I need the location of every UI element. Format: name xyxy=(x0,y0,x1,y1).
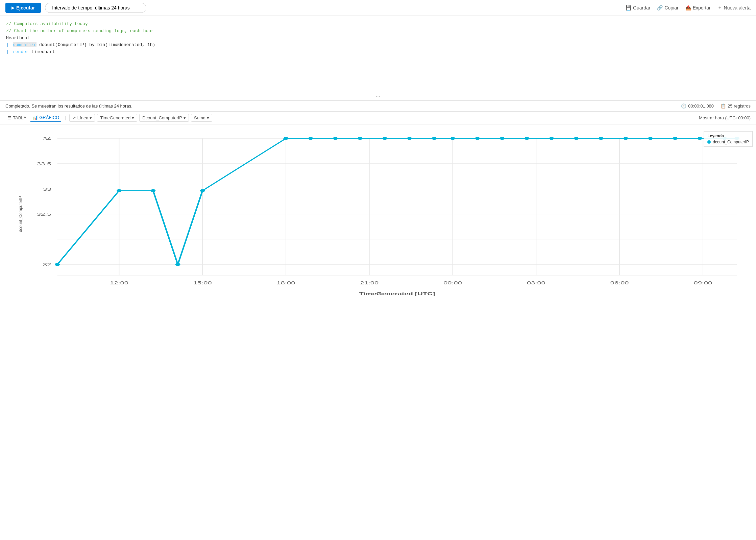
grafico-label: GRÁFICO xyxy=(39,115,59,120)
code-rest-4: dcount(ComputerIP) by bin(TimeGenerated,… xyxy=(36,42,155,47)
clock-icon: 🕐 xyxy=(681,103,686,109)
data-point xyxy=(697,137,702,140)
time-interval-input[interactable] xyxy=(45,3,146,13)
y-axis-label: dcount_ComputerIP xyxy=(18,196,23,232)
svg-text:33: 33 xyxy=(43,187,51,191)
execute-button[interactable]: ▶ Ejecutar xyxy=(5,3,41,13)
export-icon: 📤 xyxy=(685,5,691,10)
col3-dropdown[interactable]: Suma ▾ xyxy=(191,114,212,122)
linea-icon: ↗ xyxy=(72,115,76,120)
code-line-2: // Chart the number of computers sending… xyxy=(6,28,750,35)
data-point xyxy=(382,137,387,140)
svg-text:09:00: 09:00 xyxy=(693,280,712,285)
chevron-down-icon-3: ▾ xyxy=(184,115,186,120)
data-point xyxy=(117,189,122,192)
data-point xyxy=(432,137,437,140)
svg-text:32,5: 32,5 xyxy=(37,212,51,217)
data-point xyxy=(175,263,180,266)
save-label: Guardar xyxy=(633,5,650,10)
data-point xyxy=(599,137,604,140)
code-dots: ... xyxy=(0,90,756,101)
data-point xyxy=(308,137,313,140)
status-records: 25 registros xyxy=(728,103,751,109)
copy-label: Copiar xyxy=(664,5,678,10)
svg-text:32: 32 xyxy=(43,262,51,267)
data-point xyxy=(200,189,205,192)
x-axis-label: TimeGenerated [UTC] xyxy=(359,291,435,296)
data-point xyxy=(55,263,60,266)
linea-label: Línea xyxy=(77,115,89,120)
data-point xyxy=(475,137,480,140)
code-rest-5: timechart xyxy=(29,49,55,54)
copy-icon: 🔗 xyxy=(657,5,663,10)
data-point xyxy=(574,137,579,140)
status-records-item: 📋 25 registros xyxy=(721,103,751,109)
data-point xyxy=(500,137,505,140)
code-editor[interactable]: // Computers availability today // Chart… xyxy=(0,16,756,90)
show-time-label: Mostrar hora (UTC+00:00) xyxy=(699,115,751,120)
chart-icon: 📊 xyxy=(32,115,38,120)
svg-text:34: 34 xyxy=(43,136,51,141)
linea-dropdown[interactable]: ↗ Línea ▾ xyxy=(69,114,95,122)
status-time-item: 🕐 00:00:01.080 xyxy=(681,103,714,109)
separator-1: | xyxy=(65,115,66,120)
data-point xyxy=(151,189,156,192)
new-alert-icon: ＋ xyxy=(717,5,722,11)
records-icon: 📋 xyxy=(721,103,726,109)
data-point xyxy=(525,137,530,140)
legend-series: dcount_ComputerIP xyxy=(713,140,749,144)
play-icon: ▶ xyxy=(11,6,14,10)
col1-dropdown[interactable]: TimeGenerated ▾ xyxy=(97,114,137,122)
save-button[interactable]: 💾 Guardar xyxy=(626,5,650,10)
grafico-btn[interactable]: 📊 GRÁFICO xyxy=(30,114,61,122)
code-line-5: render timechart xyxy=(6,49,750,56)
svg-text:21:00: 21:00 xyxy=(360,280,379,285)
chevron-down-icon: ▾ xyxy=(90,115,92,120)
chevron-down-icon-2: ▾ xyxy=(132,115,134,120)
svg-text:33,5: 33,5 xyxy=(37,162,51,166)
tabla-label: TABLA xyxy=(13,115,26,120)
data-point xyxy=(358,137,363,140)
save-icon: 💾 xyxy=(626,5,631,10)
status-info: 🕐 00:00:01.080 📋 25 registros xyxy=(681,103,751,109)
data-point xyxy=(549,137,554,140)
col2-label: Dcount_ComputerIP xyxy=(142,115,182,120)
chart-svg: 34 33,5 33 32,5 32 12:00 15:00 18:00 21:… xyxy=(20,131,749,297)
status-message: Completado. Se muestran los resultados d… xyxy=(5,103,132,109)
code-keyword-summarize: summarize xyxy=(13,42,36,47)
code-comment-2: // Chart the number of computers sending… xyxy=(6,28,154,33)
legend-dot xyxy=(707,140,711,144)
new-alert-button[interactable]: ＋ Nueva alerta xyxy=(717,5,751,11)
col2-dropdown[interactable]: Dcount_ComputerIP ▾ xyxy=(139,114,189,122)
table-icon: ☰ xyxy=(7,115,11,120)
svg-text:06:00: 06:00 xyxy=(610,280,629,285)
code-line-1: // Computers availability today xyxy=(6,21,750,28)
data-point xyxy=(450,137,455,140)
col1-label: TimeGenerated xyxy=(100,115,130,120)
copy-button[interactable]: 🔗 Copiar xyxy=(657,5,678,10)
new-alert-label: Nueva alerta xyxy=(724,5,751,10)
legend-item: dcount_ComputerIP xyxy=(707,140,749,144)
export-button[interactable]: 📤 Exportar xyxy=(685,5,711,10)
col3-label: Suma xyxy=(194,115,205,120)
export-label: Exportar xyxy=(693,5,711,10)
data-point xyxy=(284,137,289,140)
legend-title: Leyenda xyxy=(707,134,749,138)
toolbar: ▶ Ejecutar 💾 Guardar 🔗 Copiar 📤 Exportar… xyxy=(0,0,756,16)
svg-text:12:00: 12:00 xyxy=(110,280,128,285)
code-comment-1: // Computers availability today xyxy=(6,21,88,26)
svg-text:00:00: 00:00 xyxy=(443,280,462,285)
code-plain-heartbeat: Heartbeat xyxy=(6,36,30,41)
status-time: 00:00:01.080 xyxy=(688,103,714,109)
execute-label: Ejecutar xyxy=(16,5,35,10)
toolbar-actions: 💾 Guardar 🔗 Copiar 📤 Exportar ＋ Nueva al… xyxy=(626,5,751,11)
chart-toolbar: ☰ TABLA 📊 GRÁFICO | ↗ Línea ▾ TimeGenera… xyxy=(0,112,756,124)
status-bar: Completado. Se muestran los resultados d… xyxy=(0,101,756,112)
tabla-btn[interactable]: ☰ TABLA xyxy=(5,114,28,122)
data-point xyxy=(407,137,412,140)
data-point xyxy=(648,137,653,140)
chevron-down-icon-4: ▾ xyxy=(207,115,209,120)
data-point xyxy=(673,137,678,140)
svg-text:03:00: 03:00 xyxy=(527,280,545,285)
code-line-3: Heartbeat xyxy=(6,35,750,42)
